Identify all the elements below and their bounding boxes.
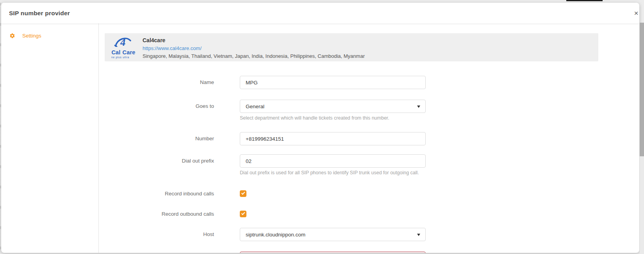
cal4care-logo: 4 CalCare ne plus ultra xyxy=(109,36,137,59)
logo-numeral: 4 xyxy=(120,36,126,48)
host-select[interactable]: siptrunk.cloudnippon.com xyxy=(240,228,426,241)
dial-out-prefix-label: Dial out prefix xyxy=(95,154,214,164)
goes-to-label: Goes to xyxy=(95,100,214,109)
goes-to-helper: Select department which will handle tick… xyxy=(240,115,426,121)
gear-icon xyxy=(9,33,15,39)
record-inbound-checkbox[interactable] xyxy=(240,190,246,197)
host-value: siptrunk.cloudnippon.com xyxy=(246,232,305,238)
provider-name: Cal4care xyxy=(143,37,365,43)
goes-to-select[interactable]: General xyxy=(240,100,426,113)
dial-out-prefix-helper: Dial out prefix is used for all SIP phon… xyxy=(240,170,426,175)
logo-word-right: Care xyxy=(123,49,136,55)
top-bar-artifact xyxy=(566,0,603,1)
dial-out-prefix-input[interactable] xyxy=(240,154,426,168)
check-icon xyxy=(241,191,245,195)
host-label: Host xyxy=(95,228,214,238)
number-input[interactable] xyxy=(240,132,426,145)
logo-tagline: ne plus ultra xyxy=(111,56,129,59)
form-row-name: Name xyxy=(95,76,446,89)
form-row-dial-out-prefix: Dial out prefix Dial out prefix is used … xyxy=(95,154,446,175)
logo-wordmark: CalCare xyxy=(109,49,137,55)
record-outbound-label: Record outbound calls xyxy=(95,211,214,217)
form-row-record-outbound: Record outbound calls xyxy=(95,211,446,217)
sidebar-item-settings[interactable]: Settings xyxy=(7,30,89,41)
form-row-goes-to: Goes to General Select department which … xyxy=(95,100,446,121)
form-row-number: Number xyxy=(95,132,446,145)
sidebar-item-label: Settings xyxy=(22,33,41,39)
provider-text: Cal4care https://www.cal4care.com/ Singa… xyxy=(143,37,365,59)
form-row-record-inbound: Record inbound calls xyxy=(95,190,446,197)
scrollbar-track[interactable] xyxy=(640,23,644,254)
name-label: Name xyxy=(95,76,214,86)
logo-word-left: Cal xyxy=(111,49,120,55)
check-icon xyxy=(241,211,245,215)
sip-provider-modal: SIP number provider × Settings 4 CalCare… xyxy=(1,3,639,253)
error-field[interactable] xyxy=(240,252,426,253)
goes-to-value: General xyxy=(246,104,264,109)
close-icon[interactable]: × xyxy=(631,8,639,18)
record-outbound-checkbox[interactable] xyxy=(240,211,246,217)
chevron-down-icon xyxy=(417,234,420,236)
modal-header: SIP number provider × xyxy=(1,3,639,23)
number-label: Number xyxy=(95,132,214,142)
record-inbound-label: Record inbound calls xyxy=(95,190,214,197)
name-input[interactable] xyxy=(240,76,426,89)
provider-countries: Singapore, Malaysia, Thailand, Vietnam, … xyxy=(143,53,365,59)
chevron-down-icon xyxy=(417,106,420,108)
scrollbar-thumb[interactable] xyxy=(640,23,644,156)
provider-banner: 4 CalCare ne plus ultra Cal4care https:/… xyxy=(105,33,598,61)
form-row-host: Host siptrunk.cloudnippon.com xyxy=(95,228,446,241)
provider-url-link[interactable]: https://www.cal4care.com/ xyxy=(143,45,365,51)
modal-title: SIP number provider xyxy=(9,10,70,17)
